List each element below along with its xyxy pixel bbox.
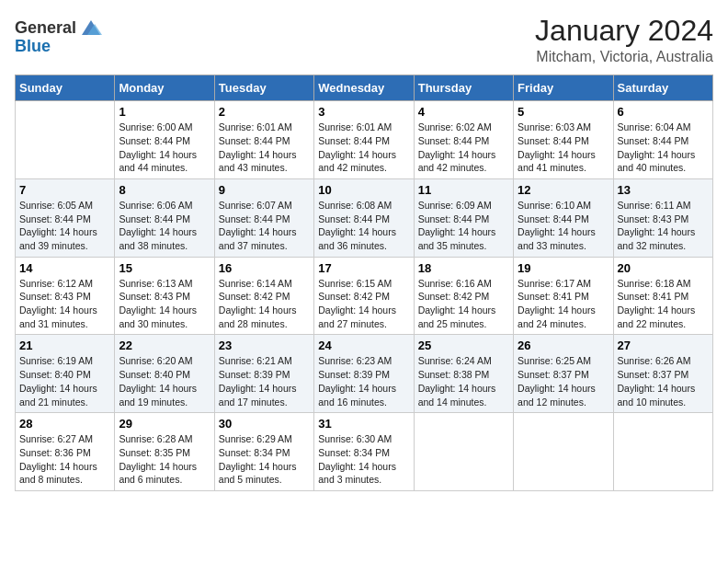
day-number: 21 bbox=[19, 339, 110, 352]
cell-info: Sunrise: 6:26 AMSunset: 8:37 PMDaylight:… bbox=[618, 354, 709, 408]
day-number: 31 bbox=[318, 417, 409, 431]
cell-info: Sunrise: 6:17 AMSunset: 8:41 PMDaylight:… bbox=[518, 277, 609, 331]
day-number: 3 bbox=[318, 105, 409, 119]
cell-info: Sunrise: 6:10 AMSunset: 8:44 PMDaylight:… bbox=[518, 199, 609, 253]
calendar-header-sunday: Sunday bbox=[16, 75, 115, 101]
calendar-week-row: 21Sunrise: 6:19 AMSunset: 8:40 PMDayligh… bbox=[16, 335, 713, 413]
calendar-cell: 19Sunrise: 6:17 AMSunset: 8:41 PMDayligh… bbox=[514, 257, 613, 335]
cell-info: Sunrise: 6:16 AMSunset: 8:42 PMDaylight:… bbox=[418, 277, 509, 331]
calendar-cell: 25Sunrise: 6:24 AMSunset: 8:38 PMDayligh… bbox=[414, 335, 513, 413]
logo: General Blue bbox=[15, 15, 104, 56]
cell-info: Sunrise: 6:09 AMSunset: 8:44 PMDaylight:… bbox=[418, 199, 509, 253]
calendar-cell: 13Sunrise: 6:11 AMSunset: 8:43 PMDayligh… bbox=[613, 178, 712, 257]
cell-info: Sunrise: 6:12 AMSunset: 8:43 PMDaylight:… bbox=[19, 277, 110, 331]
calendar-cell: 7Sunrise: 6:05 AMSunset: 8:44 PMDaylight… bbox=[16, 178, 115, 257]
calendar-cell: 16Sunrise: 6:14 AMSunset: 8:42 PMDayligh… bbox=[214, 257, 313, 335]
calendar-cell bbox=[16, 101, 115, 179]
calendar-week-row: 14Sunrise: 6:12 AMSunset: 8:43 PMDayligh… bbox=[16, 257, 713, 335]
calendar-cell: 21Sunrise: 6:19 AMSunset: 8:40 PMDayligh… bbox=[16, 335, 115, 413]
calendar-cell: 10Sunrise: 6:08 AMSunset: 8:44 PMDayligh… bbox=[314, 178, 414, 257]
logo-icon bbox=[78, 15, 104, 40]
calendar-cell: 18Sunrise: 6:16 AMSunset: 8:42 PMDayligh… bbox=[414, 257, 513, 335]
calendar-header-friday: Friday bbox=[514, 75, 613, 101]
day-number: 1 bbox=[119, 105, 210, 119]
cell-info: Sunrise: 6:28 AMSunset: 8:35 PMDaylight:… bbox=[119, 432, 210, 487]
day-number: 14 bbox=[19, 261, 110, 275]
day-number: 16 bbox=[219, 261, 310, 275]
calendar-cell: 26Sunrise: 6:25 AMSunset: 8:37 PMDayligh… bbox=[514, 335, 613, 413]
cell-info: Sunrise: 6:05 AMSunset: 8:44 PMDaylight:… bbox=[19, 199, 110, 253]
cell-info: Sunrise: 6:21 AMSunset: 8:39 PMDaylight:… bbox=[219, 354, 310, 408]
calendar-cell: 23Sunrise: 6:21 AMSunset: 8:39 PMDayligh… bbox=[214, 335, 313, 413]
cell-info: Sunrise: 6:15 AMSunset: 8:42 PMDaylight:… bbox=[318, 277, 409, 331]
day-number: 30 bbox=[219, 417, 310, 431]
calendar-week-row: 7Sunrise: 6:05 AMSunset: 8:44 PMDaylight… bbox=[16, 178, 713, 257]
calendar-cell: 31Sunrise: 6:30 AMSunset: 8:34 PMDayligh… bbox=[314, 413, 414, 491]
cell-info: Sunrise: 6:25 AMSunset: 8:37 PMDaylight:… bbox=[518, 354, 609, 408]
calendar-cell: 30Sunrise: 6:29 AMSunset: 8:34 PMDayligh… bbox=[214, 413, 313, 491]
cell-info: Sunrise: 6:01 AMSunset: 8:44 PMDaylight:… bbox=[318, 121, 409, 175]
cell-info: Sunrise: 6:24 AMSunset: 8:38 PMDaylight:… bbox=[418, 354, 509, 408]
calendar-week-row: 1Sunrise: 6:00 AMSunset: 8:44 PMDaylight… bbox=[16, 101, 713, 179]
calendar-cell: 29Sunrise: 6:28 AMSunset: 8:35 PMDayligh… bbox=[115, 413, 214, 491]
day-number: 23 bbox=[219, 339, 310, 352]
cell-info: Sunrise: 6:23 AMSunset: 8:39 PMDaylight:… bbox=[318, 354, 409, 408]
day-number: 22 bbox=[119, 339, 210, 352]
calendar-cell: 8Sunrise: 6:06 AMSunset: 8:44 PMDaylight… bbox=[115, 178, 214, 257]
location-subtitle: Mitcham, Victoria, Australia bbox=[535, 49, 713, 65]
cell-info: Sunrise: 6:30 AMSunset: 8:34 PMDaylight:… bbox=[318, 432, 409, 487]
day-number: 27 bbox=[618, 339, 709, 352]
day-number: 8 bbox=[119, 183, 210, 197]
calendar-cell: 27Sunrise: 6:26 AMSunset: 8:37 PMDayligh… bbox=[613, 335, 712, 413]
cell-info: Sunrise: 6:06 AMSunset: 8:44 PMDaylight:… bbox=[119, 199, 210, 253]
cell-info: Sunrise: 6:18 AMSunset: 8:41 PMDaylight:… bbox=[618, 277, 709, 331]
calendar-header-thursday: Thursday bbox=[414, 75, 513, 101]
day-number: 26 bbox=[518, 339, 609, 352]
calendar-cell: 1Sunrise: 6:00 AMSunset: 8:44 PMDaylight… bbox=[115, 101, 214, 179]
day-number: 20 bbox=[618, 261, 709, 275]
calendar-cell bbox=[414, 413, 513, 491]
cell-info: Sunrise: 6:00 AMSunset: 8:44 PMDaylight:… bbox=[119, 121, 210, 175]
calendar-header-row: SundayMondayTuesdayWednesdayThursdayFrid… bbox=[16, 75, 713, 101]
calendar-cell: 3Sunrise: 6:01 AMSunset: 8:44 PMDaylight… bbox=[314, 101, 414, 179]
logo-blue: Blue bbox=[15, 37, 51, 56]
day-number: 7 bbox=[19, 183, 110, 197]
calendar-header-tuesday: Tuesday bbox=[214, 75, 313, 101]
day-number: 6 bbox=[618, 105, 709, 119]
title-block: January 2024 Mitcham, Victoria, Australi… bbox=[535, 15, 713, 65]
cell-info: Sunrise: 6:11 AMSunset: 8:43 PMDaylight:… bbox=[618, 199, 709, 253]
cell-info: Sunrise: 6:19 AMSunset: 8:40 PMDaylight:… bbox=[19, 354, 110, 408]
cell-info: Sunrise: 6:29 AMSunset: 8:34 PMDaylight:… bbox=[219, 432, 310, 487]
calendar-cell: 2Sunrise: 6:01 AMSunset: 8:44 PMDaylight… bbox=[214, 101, 313, 179]
day-number: 13 bbox=[618, 183, 709, 197]
day-number: 29 bbox=[119, 417, 210, 431]
cell-info: Sunrise: 6:20 AMSunset: 8:40 PMDaylight:… bbox=[119, 354, 210, 408]
calendar-cell: 17Sunrise: 6:15 AMSunset: 8:42 PMDayligh… bbox=[314, 257, 414, 335]
cell-info: Sunrise: 6:01 AMSunset: 8:44 PMDaylight:… bbox=[219, 121, 310, 175]
day-number: 11 bbox=[418, 183, 509, 197]
calendar-cell: 15Sunrise: 6:13 AMSunset: 8:43 PMDayligh… bbox=[115, 257, 214, 335]
page-header: General Blue January 2024 Mitcham, Victo… bbox=[15, 15, 713, 65]
day-number: 17 bbox=[318, 261, 409, 275]
logo-general: General bbox=[15, 18, 76, 38]
calendar-cell: 5Sunrise: 6:03 AMSunset: 8:44 PMDaylight… bbox=[514, 101, 613, 179]
calendar-cell: 12Sunrise: 6:10 AMSunset: 8:44 PMDayligh… bbox=[514, 178, 613, 257]
cell-info: Sunrise: 6:04 AMSunset: 8:44 PMDaylight:… bbox=[618, 121, 709, 175]
cell-info: Sunrise: 6:13 AMSunset: 8:43 PMDaylight:… bbox=[119, 277, 210, 331]
calendar-cell: 14Sunrise: 6:12 AMSunset: 8:43 PMDayligh… bbox=[16, 257, 115, 335]
cell-info: Sunrise: 6:03 AMSunset: 8:44 PMDaylight:… bbox=[518, 121, 609, 175]
calendar-header-saturday: Saturday bbox=[613, 75, 712, 101]
calendar-cell: 22Sunrise: 6:20 AMSunset: 8:40 PMDayligh… bbox=[115, 335, 214, 413]
day-number: 5 bbox=[518, 105, 609, 119]
cell-info: Sunrise: 6:27 AMSunset: 8:36 PMDaylight:… bbox=[19, 432, 110, 487]
cell-info: Sunrise: 6:14 AMSunset: 8:42 PMDaylight:… bbox=[219, 277, 310, 331]
day-number: 25 bbox=[418, 339, 509, 352]
calendar-cell bbox=[514, 413, 613, 491]
calendar-header-wednesday: Wednesday bbox=[314, 75, 414, 101]
calendar-cell: 20Sunrise: 6:18 AMSunset: 8:41 PMDayligh… bbox=[613, 257, 712, 335]
calendar-cell: 9Sunrise: 6:07 AMSunset: 8:44 PMDaylight… bbox=[214, 178, 313, 257]
calendar-cell: 4Sunrise: 6:02 AMSunset: 8:44 PMDaylight… bbox=[414, 101, 513, 179]
calendar-table: SundayMondayTuesdayWednesdayThursdayFrid… bbox=[15, 75, 713, 491]
day-number: 28 bbox=[19, 417, 110, 431]
calendar-week-row: 28Sunrise: 6:27 AMSunset: 8:36 PMDayligh… bbox=[16, 413, 713, 491]
